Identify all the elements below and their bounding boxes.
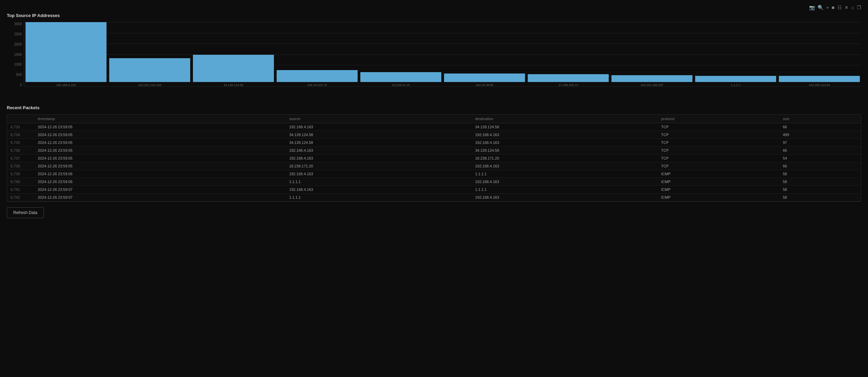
cell-destination: 192.168.4.163 <box>472 162 658 170</box>
cell-protocol: TCP <box>658 139 780 147</box>
cell-destination: 18.238.171.20 <box>472 154 658 162</box>
y-axis-label: 500 <box>16 73 22 77</box>
chart-bar[interactable] <box>193 55 274 82</box>
table-row[interactable]: 6,7402024-12-26 23:59:061.1.1.1192.168.4… <box>7 178 861 186</box>
table-row[interactable]: 6,7392024-12-26 23:59:06192.168.4.1631.1… <box>7 170 861 178</box>
cell-destination: 192.168.4.163 <box>472 131 658 139</box>
bar-group: 142.251.186.207 <box>610 22 694 87</box>
plus-icon[interactable]: + <box>826 5 829 10</box>
chart-bar[interactable] <box>26 22 107 82</box>
cell-protocol: ICMP <box>658 170 780 178</box>
cell-source: 192.168.4.163 <box>286 154 472 162</box>
cell-timestamp: 2024-12-26 23:59:05 <box>34 162 286 170</box>
cell-protocol: TCP <box>658 154 780 162</box>
chart-area: 050010001500200025003000 192.168.4.16314… <box>7 22 861 97</box>
cell-source: 1.1.1.1 <box>286 194 472 201</box>
bar-group: 142.251.116.104 <box>108 22 192 87</box>
cell-destination: 192.168.4.163 <box>472 139 658 147</box>
cell-source: 192.168.4.163 <box>286 147 472 154</box>
camera-icon[interactable]: 📷 <box>809 5 815 10</box>
col-source: source <box>286 115 472 123</box>
bar-label: 17.248.195.73 <box>558 83 578 87</box>
cell-destination: 192.168.4.163 <box>472 194 658 201</box>
refresh-data-button[interactable]: Refresh Data <box>7 207 44 218</box>
cell-id: 6,738 <box>7 162 34 170</box>
cell-size: 97 <box>780 139 861 147</box>
cell-source: 192.168.4.163 <box>286 123 472 131</box>
cell-destination: 192.168.4.163 <box>472 178 658 186</box>
chart-bar[interactable] <box>109 58 190 82</box>
cell-size: 499 <box>780 131 861 139</box>
y-axis-label: 2000 <box>14 43 22 46</box>
chart-bar[interactable] <box>611 75 692 82</box>
cell-protocol: TCP <box>658 162 780 170</box>
cell-size: 58 <box>780 178 861 186</box>
chart-bar[interactable] <box>695 76 776 82</box>
cell-size: 66 <box>780 147 861 154</box>
table-section: Recent Packets timestamp source destinat… <box>7 105 861 218</box>
table-row[interactable]: 6,7412024-12-26 23:59:07192.168.4.1631.1… <box>7 186 861 194</box>
cell-id: 6,737 <box>7 154 34 162</box>
cell-id: 6,739 <box>7 170 34 178</box>
packets-table: timestamp source destination protocol si… <box>7 115 861 201</box>
chart-title: Top Source IP Addresses <box>7 13 861 18</box>
y-axis-label: 0 <box>20 83 22 87</box>
chart-bar[interactable] <box>444 73 525 82</box>
cell-id: 6,740 <box>7 178 34 186</box>
chart-section: Top Source IP Addresses 0500100015002000… <box>7 13 861 97</box>
cell-protocol: TCP <box>658 131 780 139</box>
table-row[interactable]: 6,7362024-12-26 23:59:05192.168.4.16334.… <box>7 147 861 154</box>
cell-size: 58 <box>780 186 861 194</box>
table-row[interactable]: 6,7352024-12-26 23:59:0534.139.124.58192… <box>7 139 861 147</box>
col-timestamp: timestamp <box>34 115 286 123</box>
chart-bar[interactable] <box>779 76 860 82</box>
table-row[interactable]: 6,7372024-12-26 23:59:05192.168.4.16318.… <box>7 154 861 162</box>
toolbar: 📷 🔍 + ■ ☷ ✕ ⌂ ❐ <box>7 3 861 13</box>
bar-group: 142.250.114.94 <box>777 22 861 87</box>
cell-size: 54 <box>780 154 861 162</box>
chart-bar[interactable] <box>528 74 609 82</box>
cell-destination: 34.139.124.58 <box>472 147 658 154</box>
cell-timestamp: 2024-12-26 23:59:06 <box>34 178 286 186</box>
cell-destination: 34.139.124.58 <box>472 123 658 131</box>
bar-label: 142.251.116.104 <box>138 83 161 87</box>
cell-protocol: ICMP <box>658 186 780 194</box>
bar-group: 192.168.4.163 <box>24 22 108 87</box>
cell-id: 6,735 <box>7 139 34 147</box>
cell-timestamp: 2024-12-26 23:59:05 <box>34 139 286 147</box>
table-row[interactable]: 6,7342024-12-26 23:59:0534.139.124.58192… <box>7 131 861 139</box>
bar-label: 1.1.1.1 <box>731 83 740 87</box>
bar-label: 142.251.186.207 <box>640 83 664 87</box>
cell-source: 1.1.1.1 <box>286 178 472 186</box>
chart-bar[interactable] <box>277 70 358 82</box>
bar-label: 142.250.114.94 <box>809 83 830 87</box>
zoom-icon[interactable]: 🔍 <box>818 5 823 10</box>
table-row[interactable]: 6,7422024-12-26 23:59:071.1.1.1192.168.4… <box>7 194 861 201</box>
bar-label: 104.18.39.85 <box>476 83 494 87</box>
table-icon[interactable]: ☷ <box>837 5 842 10</box>
cell-timestamp: 2024-12-26 23:59:05 <box>34 131 286 139</box>
cell-protocol: ICMP <box>658 194 780 201</box>
cell-size: 58 <box>780 170 861 178</box>
chart-bar[interactable] <box>360 72 441 82</box>
chart-inner: 192.168.4.163142.251.116.10434.139.124.5… <box>24 22 861 87</box>
y-axis: 050010001500200025003000 <box>7 22 24 87</box>
cell-destination: 1.1.1.1 <box>472 186 658 194</box>
cell-id: 6,733 <box>7 123 34 131</box>
house-icon[interactable]: ⌂ <box>851 5 854 10</box>
close-x-icon[interactable]: ✕ <box>845 5 849 10</box>
bar-label: 192.168.4.163 <box>56 83 76 87</box>
table-header: timestamp source destination protocol si… <box>7 115 861 123</box>
bar-label: 13.225.47.15 <box>392 83 410 87</box>
cell-source: 34.139.124.58 <box>286 131 472 139</box>
col-destination: destination <box>472 115 658 123</box>
expand-icon[interactable]: ❐ <box>857 5 861 10</box>
grid-icon[interactable]: ■ <box>832 5 834 10</box>
table-row[interactable]: 6,7382024-12-26 23:59:0518.238.171.20192… <box>7 162 861 170</box>
col-id <box>7 115 34 123</box>
table-row[interactable]: 6,7332024-12-26 23:59:05192.168.4.16334.… <box>7 123 861 131</box>
cell-timestamp: 2024-12-26 23:59:05 <box>34 123 286 131</box>
bar-group: 13.225.47.15 <box>359 22 443 87</box>
cell-source: 34.139.124.58 <box>286 139 472 147</box>
y-axis-label: 1000 <box>14 63 22 66</box>
